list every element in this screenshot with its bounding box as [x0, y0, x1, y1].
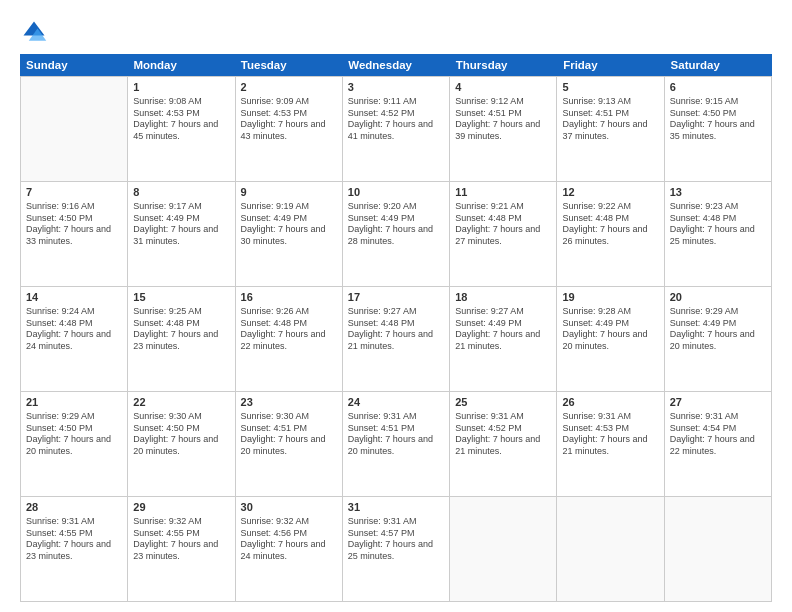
day-cell-14: 14Sunrise: 9:24 AMSunset: 4:48 PMDayligh…	[21, 287, 128, 391]
day-number: 14	[26, 290, 122, 305]
day-cell-13: 13Sunrise: 9:23 AMSunset: 4:48 PMDayligh…	[665, 182, 772, 286]
day-cell-12: 12Sunrise: 9:22 AMSunset: 4:48 PMDayligh…	[557, 182, 664, 286]
day-cell-6: 6Sunrise: 9:15 AMSunset: 4:50 PMDaylight…	[665, 77, 772, 181]
cell-info: Sunrise: 9:27 AMSunset: 4:48 PMDaylight:…	[348, 306, 444, 353]
cell-info: Sunrise: 9:29 AMSunset: 4:50 PMDaylight:…	[26, 411, 122, 458]
day-number: 1	[133, 80, 229, 95]
day-cell-15: 15Sunrise: 9:25 AMSunset: 4:48 PMDayligh…	[128, 287, 235, 391]
cell-info: Sunrise: 9:16 AMSunset: 4:50 PMDaylight:…	[26, 201, 122, 248]
day-cell-4: 4Sunrise: 9:12 AMSunset: 4:51 PMDaylight…	[450, 77, 557, 181]
day-cell-3: 3Sunrise: 9:11 AMSunset: 4:52 PMDaylight…	[343, 77, 450, 181]
day-cell-18: 18Sunrise: 9:27 AMSunset: 4:49 PMDayligh…	[450, 287, 557, 391]
cell-info: Sunrise: 9:31 AMSunset: 4:54 PMDaylight:…	[670, 411, 766, 458]
day-number: 30	[241, 500, 337, 515]
day-number: 12	[562, 185, 658, 200]
cell-info: Sunrise: 9:22 AMSunset: 4:48 PMDaylight:…	[562, 201, 658, 248]
day-number: 10	[348, 185, 444, 200]
day-cell-29: 29Sunrise: 9:32 AMSunset: 4:55 PMDayligh…	[128, 497, 235, 601]
day-cell-20: 20Sunrise: 9:29 AMSunset: 4:49 PMDayligh…	[665, 287, 772, 391]
day-cell-24: 24Sunrise: 9:31 AMSunset: 4:51 PMDayligh…	[343, 392, 450, 496]
day-number: 15	[133, 290, 229, 305]
day-number: 18	[455, 290, 551, 305]
day-cell-21: 21Sunrise: 9:29 AMSunset: 4:50 PMDayligh…	[21, 392, 128, 496]
cell-info: Sunrise: 9:28 AMSunset: 4:49 PMDaylight:…	[562, 306, 658, 353]
week-row-4: 21Sunrise: 9:29 AMSunset: 4:50 PMDayligh…	[21, 392, 772, 497]
day-number: 7	[26, 185, 122, 200]
day-cell-8: 8Sunrise: 9:17 AMSunset: 4:49 PMDaylight…	[128, 182, 235, 286]
page: SundayMondayTuesdayWednesdayThursdayFrid…	[0, 0, 792, 612]
cell-info: Sunrise: 9:26 AMSunset: 4:48 PMDaylight:…	[241, 306, 337, 353]
empty-cell	[21, 77, 128, 181]
cell-info: Sunrise: 9:31 AMSunset: 4:53 PMDaylight:…	[562, 411, 658, 458]
cell-info: Sunrise: 9:24 AMSunset: 4:48 PMDaylight:…	[26, 306, 122, 353]
day-number: 27	[670, 395, 766, 410]
day-number: 17	[348, 290, 444, 305]
day-number: 5	[562, 80, 658, 95]
day-cell-9: 9Sunrise: 9:19 AMSunset: 4:49 PMDaylight…	[236, 182, 343, 286]
header-day-tuesday: Tuesday	[235, 54, 342, 76]
header-day-saturday: Saturday	[665, 54, 772, 76]
calendar-header: SundayMondayTuesdayWednesdayThursdayFrid…	[20, 54, 772, 76]
cell-info: Sunrise: 9:29 AMSunset: 4:49 PMDaylight:…	[670, 306, 766, 353]
week-row-3: 14Sunrise: 9:24 AMSunset: 4:48 PMDayligh…	[21, 287, 772, 392]
day-number: 11	[455, 185, 551, 200]
day-number: 21	[26, 395, 122, 410]
day-number: 4	[455, 80, 551, 95]
cell-info: Sunrise: 9:08 AMSunset: 4:53 PMDaylight:…	[133, 96, 229, 143]
cell-info: Sunrise: 9:32 AMSunset: 4:55 PMDaylight:…	[133, 516, 229, 563]
day-cell-25: 25Sunrise: 9:31 AMSunset: 4:52 PMDayligh…	[450, 392, 557, 496]
cell-info: Sunrise: 9:21 AMSunset: 4:48 PMDaylight:…	[455, 201, 551, 248]
header-day-wednesday: Wednesday	[342, 54, 449, 76]
calendar: SundayMondayTuesdayWednesdayThursdayFrid…	[20, 54, 772, 602]
cell-info: Sunrise: 9:11 AMSunset: 4:52 PMDaylight:…	[348, 96, 444, 143]
cell-info: Sunrise: 9:25 AMSunset: 4:48 PMDaylight:…	[133, 306, 229, 353]
day-cell-10: 10Sunrise: 9:20 AMSunset: 4:49 PMDayligh…	[343, 182, 450, 286]
day-number: 16	[241, 290, 337, 305]
header-day-thursday: Thursday	[450, 54, 557, 76]
day-cell-2: 2Sunrise: 9:09 AMSunset: 4:53 PMDaylight…	[236, 77, 343, 181]
day-cell-27: 27Sunrise: 9:31 AMSunset: 4:54 PMDayligh…	[665, 392, 772, 496]
day-number: 25	[455, 395, 551, 410]
cell-info: Sunrise: 9:09 AMSunset: 4:53 PMDaylight:…	[241, 96, 337, 143]
day-cell-23: 23Sunrise: 9:30 AMSunset: 4:51 PMDayligh…	[236, 392, 343, 496]
header-day-friday: Friday	[557, 54, 664, 76]
logo-icon	[20, 18, 48, 46]
day-cell-1: 1Sunrise: 9:08 AMSunset: 4:53 PMDaylight…	[128, 77, 235, 181]
cell-info: Sunrise: 9:27 AMSunset: 4:49 PMDaylight:…	[455, 306, 551, 353]
header	[20, 18, 772, 46]
week-row-5: 28Sunrise: 9:31 AMSunset: 4:55 PMDayligh…	[21, 497, 772, 602]
header-day-sunday: Sunday	[20, 54, 127, 76]
cell-info: Sunrise: 9:17 AMSunset: 4:49 PMDaylight:…	[133, 201, 229, 248]
day-number: 28	[26, 500, 122, 515]
day-cell-17: 17Sunrise: 9:27 AMSunset: 4:48 PMDayligh…	[343, 287, 450, 391]
cell-info: Sunrise: 9:12 AMSunset: 4:51 PMDaylight:…	[455, 96, 551, 143]
day-cell-28: 28Sunrise: 9:31 AMSunset: 4:55 PMDayligh…	[21, 497, 128, 601]
day-number: 2	[241, 80, 337, 95]
day-cell-22: 22Sunrise: 9:30 AMSunset: 4:50 PMDayligh…	[128, 392, 235, 496]
day-number: 20	[670, 290, 766, 305]
cell-info: Sunrise: 9:19 AMSunset: 4:49 PMDaylight:…	[241, 201, 337, 248]
day-number: 13	[670, 185, 766, 200]
cell-info: Sunrise: 9:30 AMSunset: 4:50 PMDaylight:…	[133, 411, 229, 458]
day-cell-16: 16Sunrise: 9:26 AMSunset: 4:48 PMDayligh…	[236, 287, 343, 391]
day-cell-11: 11Sunrise: 9:21 AMSunset: 4:48 PMDayligh…	[450, 182, 557, 286]
day-cell-19: 19Sunrise: 9:28 AMSunset: 4:49 PMDayligh…	[557, 287, 664, 391]
empty-cell	[450, 497, 557, 601]
week-row-1: 1Sunrise: 9:08 AMSunset: 4:53 PMDaylight…	[21, 77, 772, 182]
cell-info: Sunrise: 9:31 AMSunset: 4:52 PMDaylight:…	[455, 411, 551, 458]
day-cell-7: 7Sunrise: 9:16 AMSunset: 4:50 PMDaylight…	[21, 182, 128, 286]
cell-info: Sunrise: 9:31 AMSunset: 4:51 PMDaylight:…	[348, 411, 444, 458]
cell-info: Sunrise: 9:32 AMSunset: 4:56 PMDaylight:…	[241, 516, 337, 563]
day-number: 3	[348, 80, 444, 95]
cell-info: Sunrise: 9:20 AMSunset: 4:49 PMDaylight:…	[348, 201, 444, 248]
cell-info: Sunrise: 9:23 AMSunset: 4:48 PMDaylight:…	[670, 201, 766, 248]
day-cell-5: 5Sunrise: 9:13 AMSunset: 4:51 PMDaylight…	[557, 77, 664, 181]
day-cell-30: 30Sunrise: 9:32 AMSunset: 4:56 PMDayligh…	[236, 497, 343, 601]
logo	[20, 18, 52, 46]
empty-cell	[665, 497, 772, 601]
day-number: 26	[562, 395, 658, 410]
day-number: 31	[348, 500, 444, 515]
day-number: 23	[241, 395, 337, 410]
header-day-monday: Monday	[127, 54, 234, 76]
day-number: 9	[241, 185, 337, 200]
